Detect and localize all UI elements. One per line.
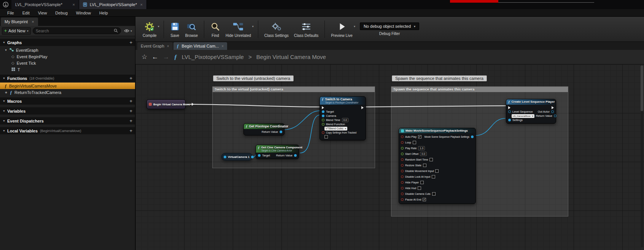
settings-pin[interactable]	[508, 119, 511, 121]
back-arrow-icon[interactable]: ←	[152, 53, 158, 61]
exec-in-pin[interactable]	[508, 106, 510, 109]
tree-item-t[interactable]: T	[0, 66, 135, 73]
class-settings-button[interactable]: Class Settings	[262, 20, 291, 39]
hide-unrelated-button[interactable]: Hide Unrelated	[223, 20, 254, 39]
play-rate-pin[interactable]	[401, 147, 404, 150]
collapse-arrow-icon[interactable]: ▼	[3, 119, 5, 122]
start-offset-value[interactable]: 0.0	[420, 152, 427, 156]
menu-view[interactable]: View	[34, 11, 51, 15]
disable-look-at-input-checkbox[interactable]	[432, 175, 435, 178]
out-actor-pin[interactable]	[551, 110, 554, 113]
graph-vertical-scrollbar[interactable]	[641, 65, 643, 247]
favorite-star-icon[interactable]: ☆	[142, 53, 147, 61]
node-make-playback-settings[interactable]: Make MovieSceneSequencePlaybackSettings …	[399, 128, 476, 204]
section-event-dispatchers[interactable]: ▼ Event Dispatchers +	[0, 117, 135, 124]
debug-object-dropdown[interactable]: No debug object selected ▾	[360, 22, 419, 30]
chevron-down-icon[interactable]: ▾	[354, 25, 355, 28]
node-get-cine-camera-component[interactable]: ƒ Get Cine Camera Component Target is Ci…	[256, 145, 299, 159]
copy-settings-checkbox[interactable]	[324, 135, 328, 139]
blend-time-pin[interactable]	[322, 119, 324, 121]
play-rate-value[interactable]: 1.0	[418, 146, 425, 150]
close-icon[interactable]: ×	[167, 44, 169, 48]
menu-file[interactable]: File	[3, 11, 18, 15]
find-button[interactable]: Find	[208, 20, 223, 39]
pause-at-end-checkbox[interactable]	[423, 198, 426, 201]
class-defaults-button[interactable]: Class Defaults	[291, 20, 321, 39]
close-icon[interactable]: ×	[73, 2, 75, 7]
disable-movement-input-checkbox[interactable]	[435, 169, 439, 173]
hide-player-checkbox[interactable]	[420, 181, 424, 184]
collapse-arrow-icon[interactable]: ▼	[3, 77, 5, 80]
node-get-pixotope-coordinator[interactable]: ƒ Get Pixotope Coordinator Return Value	[243, 123, 285, 135]
auto-play-pin[interactable]	[401, 135, 404, 138]
pause-at-end-pin[interactable]	[401, 198, 404, 201]
hide-hud-checkbox[interactable]	[418, 186, 421, 190]
tree-item-eventgraph[interactable]: ▼ EventGraph	[0, 47, 135, 53]
collapse-arrow-icon[interactable]: ▼	[3, 129, 5, 132]
section-local-variables[interactable]: ▼ Local Variables (BeginVirtualCameraMov…	[0, 127, 135, 134]
search-input[interactable]	[36, 29, 112, 33]
add-local-variable-button[interactable]: +	[129, 128, 132, 133]
disable-movement-input-pin[interactable]	[401, 170, 404, 172]
copy-settings-pin[interactable]	[322, 131, 324, 134]
section-variables[interactable]: ▼ Variables +	[0, 107, 135, 115]
exec-in-pin[interactable]	[322, 106, 324, 109]
menu-edit[interactable]: Edit	[18, 11, 34, 15]
close-icon[interactable]: ×	[221, 44, 224, 48]
collapse-arrow-icon[interactable]: ▼	[5, 49, 7, 51]
tree-item-return-to-tracked-camera[interactable]: ★ ƒ ReturnToTrackedCamera	[0, 89, 135, 96]
add-macro-button[interactable]: +	[129, 99, 132, 104]
disable-look-at-input-pin[interactable]	[401, 175, 404, 178]
exec-out-pin[interactable]	[192, 103, 194, 106]
add-dispatcher-button[interactable]: +	[129, 118, 132, 123]
loop-checkbox[interactable]	[413, 141, 416, 144]
tab-event-graph[interactable]: Event Graph ×	[137, 42, 173, 50]
menu-debug[interactable]: Debug	[51, 11, 72, 15]
node-create-level-sequence-player[interactable]: ƒ Create Level Sequence Player Level Seq…	[506, 99, 556, 124]
tree-item-begin-virtual-camera-move[interactable]: ƒ BeginVirtualCameraMove	[0, 83, 135, 89]
compile-button[interactable]: Compile	[140, 20, 159, 39]
menu-window[interactable]: Window	[72, 11, 95, 15]
hide-hud-pin[interactable]	[401, 187, 404, 189]
add-new-button[interactable]: + Add New ▾	[2, 27, 31, 35]
chevron-down-icon[interactable]: ▾	[158, 25, 159, 28]
node-switch-to-camera[interactable]: ƒ Switch to Camera Target is Pixotope Co…	[320, 96, 366, 140]
chevron-down-icon[interactable]: ▾	[252, 25, 254, 28]
blend-time-value[interactable]: 0.0	[342, 118, 349, 122]
target-pin[interactable]	[258, 154, 261, 157]
loop-pin[interactable]	[401, 141, 404, 144]
section-macros[interactable]: ▼ Macros +	[0, 97, 135, 105]
auto-play-checkbox[interactable]	[418, 135, 421, 139]
menu-help[interactable]: Help	[95, 11, 112, 15]
disable-camera-cuts-checkbox[interactable]	[432, 192, 436, 196]
level-sequence-pin[interactable]	[508, 110, 511, 113]
start-offset-pin[interactable]	[401, 153, 404, 155]
return-value-pin[interactable]	[280, 131, 282, 133]
tree-item-event-tick[interactable]: ◇ Event Tick	[0, 60, 135, 66]
collapse-arrow-icon[interactable]: ▼	[3, 41, 5, 44]
blend-function-pin[interactable]	[322, 123, 324, 126]
target-pin[interactable]	[322, 110, 324, 113]
return-value-pin[interactable]	[294, 154, 297, 157]
tree-item-event-beginplay[interactable]: ◇ Event BeginPlay	[0, 53, 135, 60]
collapse-arrow-icon[interactable]: ▼	[3, 100, 5, 102]
hide-player-pin[interactable]	[401, 181, 404, 184]
forward-arrow-icon[interactable]: →	[163, 53, 169, 61]
exec-out-pin[interactable]	[361, 106, 364, 109]
random-start-time-checkbox[interactable]	[429, 158, 433, 161]
section-functions[interactable]: ▼ Functions (18 Overridable) +	[0, 75, 135, 82]
view-options-button[interactable]: ▾	[123, 27, 133, 34]
save-button[interactable]: Save	[167, 20, 183, 39]
exec-out-pin[interactable]	[552, 106, 554, 109]
level-sequence-asset-picker[interactable]: LS_CameraMove ▾	[512, 114, 534, 118]
breadcrumb-root[interactable]: LVL_PixotopeVSSample	[182, 54, 244, 60]
return-value-pin[interactable]	[554, 115, 557, 117]
close-icon[interactable]: ×	[140, 2, 143, 7]
tab-my-blueprint[interactable]: My Blueprint ×	[1, 18, 38, 26]
tab-begin-virtual-camera-move[interactable]: ƒ Begin Virtual Cam... ×	[173, 42, 227, 50]
disable-camera-cuts-pin[interactable]	[401, 193, 404, 195]
restore-state-pin[interactable]	[401, 164, 404, 167]
restore-state-checkbox[interactable]	[423, 164, 426, 167]
preview-live-button[interactable]: Preview Live	[328, 20, 355, 39]
blend-function-dropdown[interactable]: VTBlend Cubic ▾	[324, 127, 347, 131]
